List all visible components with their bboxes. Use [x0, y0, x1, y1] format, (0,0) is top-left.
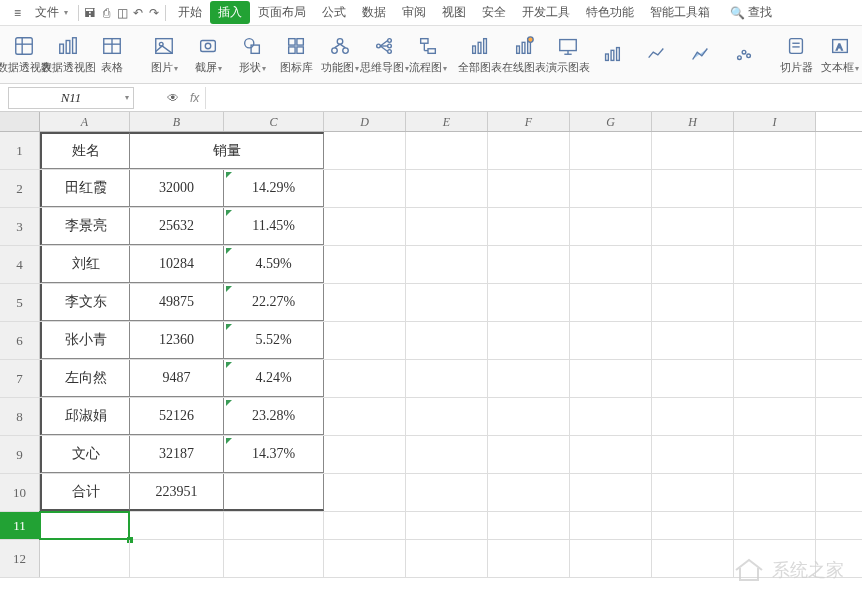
col-A[interactable]: A — [40, 112, 130, 131]
select-all-corner[interactable] — [0, 112, 40, 131]
search-button[interactable]: 🔍 查找 — [730, 4, 772, 21]
cell[interactable] — [652, 398, 734, 435]
cell[interactable]: 223951 — [130, 474, 224, 511]
ribbon-全部图表[interactable]: 全部图表 — [462, 34, 498, 75]
row-3[interactable]: 3 — [0, 208, 40, 245]
cell[interactable]: 10284 — [130, 246, 224, 283]
cell[interactable] — [652, 474, 734, 511]
cell[interactable] — [406, 540, 488, 577]
ribbon-表格[interactable]: 表格 — [94, 34, 130, 75]
ribbon-spark3[interactable] — [682, 42, 718, 68]
row-2[interactable]: 2 — [0, 170, 40, 207]
cell[interactable] — [324, 132, 406, 169]
row-10[interactable]: 10 — [0, 474, 40, 511]
cell[interactable] — [488, 170, 570, 207]
cell[interactable] — [324, 474, 406, 511]
cell[interactable] — [324, 170, 406, 207]
ribbon-spark2[interactable] — [638, 42, 674, 68]
cell[interactable] — [734, 246, 816, 283]
hamburger-icon[interactable]: ≡ — [8, 3, 27, 23]
ribbon-图标库[interactable]: 图标库 — [278, 34, 314, 75]
cell[interactable]: 张小青 — [40, 322, 130, 359]
row-1[interactable]: 1 — [0, 132, 40, 169]
cell[interactable] — [488, 540, 570, 577]
cell[interactable]: 田红霞 — [40, 170, 130, 207]
cell[interactable]: 9487 — [130, 360, 224, 397]
cell[interactable]: 文心 — [40, 436, 130, 473]
cell[interactable] — [652, 284, 734, 321]
cell[interactable] — [406, 474, 488, 511]
col-H[interactable]: H — [652, 112, 734, 131]
cell[interactable] — [488, 398, 570, 435]
cell[interactable] — [406, 322, 488, 359]
ribbon-思维导图[interactable]: 思维导图▾ — [366, 34, 402, 75]
cell[interactable] — [652, 208, 734, 245]
cell[interactable] — [324, 398, 406, 435]
cell[interactable] — [488, 512, 570, 539]
tab-插入[interactable]: 插入 — [210, 1, 250, 24]
cell[interactable] — [324, 246, 406, 283]
col-F[interactable]: F — [488, 112, 570, 131]
save-icon[interactable]: 🖬 — [83, 6, 97, 20]
cell[interactable] — [734, 398, 816, 435]
cell[interactable] — [570, 474, 652, 511]
cell[interactable]: 4.24% — [224, 360, 324, 397]
row-5[interactable]: 5 — [0, 284, 40, 321]
fx-icon[interactable]: fx — [190, 91, 199, 105]
cell[interactable] — [734, 284, 816, 321]
tab-安全[interactable]: 安全 — [474, 1, 514, 24]
cell[interactable] — [406, 170, 488, 207]
cell[interactable] — [406, 360, 488, 397]
tab-智能工具箱[interactable]: 智能工具箱 — [642, 1, 718, 24]
cell[interactable] — [406, 284, 488, 321]
cell[interactable] — [324, 436, 406, 473]
cell[interactable] — [734, 322, 816, 359]
cell[interactable]: 22.27% — [224, 284, 324, 321]
cell[interactable] — [570, 322, 652, 359]
col-E[interactable]: E — [406, 112, 488, 131]
cell[interactable] — [570, 246, 652, 283]
ribbon-流程图[interactable]: 流程图▾ — [410, 34, 446, 75]
tab-页面布局[interactable]: 页面布局 — [250, 1, 314, 24]
cell[interactable]: 李文东 — [40, 284, 130, 321]
cell[interactable] — [570, 170, 652, 207]
cell[interactable]: 12360 — [130, 322, 224, 359]
ribbon-数据透视表[interactable]: 数据透视表 — [6, 34, 42, 75]
col-G[interactable]: G — [570, 112, 652, 131]
cell[interactable] — [734, 474, 816, 511]
cell[interactable] — [652, 132, 734, 169]
tab-审阅[interactable]: 审阅 — [394, 1, 434, 24]
cell[interactable] — [488, 208, 570, 245]
cell[interactable]: 49875 — [130, 284, 224, 321]
cell[interactable] — [734, 436, 816, 473]
cell[interactable] — [224, 540, 324, 577]
cell[interactable] — [488, 474, 570, 511]
cell[interactable] — [734, 170, 816, 207]
cell[interactable]: 合计 — [40, 474, 130, 511]
cell[interactable] — [406, 208, 488, 245]
tab-公式[interactable]: 公式 — [314, 1, 354, 24]
col-C[interactable]: C — [224, 112, 324, 131]
cell[interactable] — [324, 284, 406, 321]
ribbon-spark4[interactable] — [726, 42, 762, 68]
cell[interactable] — [224, 512, 324, 539]
cell[interactable] — [488, 322, 570, 359]
cell[interactable] — [652, 322, 734, 359]
cell[interactable]: 李景亮 — [40, 208, 130, 245]
file-menu[interactable]: 文件▾ — [29, 1, 74, 24]
cell[interactable] — [570, 208, 652, 245]
cell[interactable] — [406, 132, 488, 169]
col-D[interactable]: D — [324, 112, 406, 131]
cell[interactable]: 邱淑娟 — [40, 398, 130, 435]
cell[interactable] — [130, 540, 224, 577]
cell[interactable]: 11.45% — [224, 208, 324, 245]
cell[interactable] — [734, 512, 816, 539]
cell[interactable] — [406, 398, 488, 435]
cell-merged[interactable]: 销量 — [130, 132, 324, 169]
cell[interactable]: 4.59% — [224, 246, 324, 283]
ribbon-图片[interactable]: 图片▾ — [146, 34, 182, 75]
ribbon-切片器[interactable]: 切片器 — [778, 34, 814, 75]
cell[interactable] — [570, 132, 652, 169]
cell[interactable] — [324, 540, 406, 577]
cell[interactable] — [652, 246, 734, 283]
